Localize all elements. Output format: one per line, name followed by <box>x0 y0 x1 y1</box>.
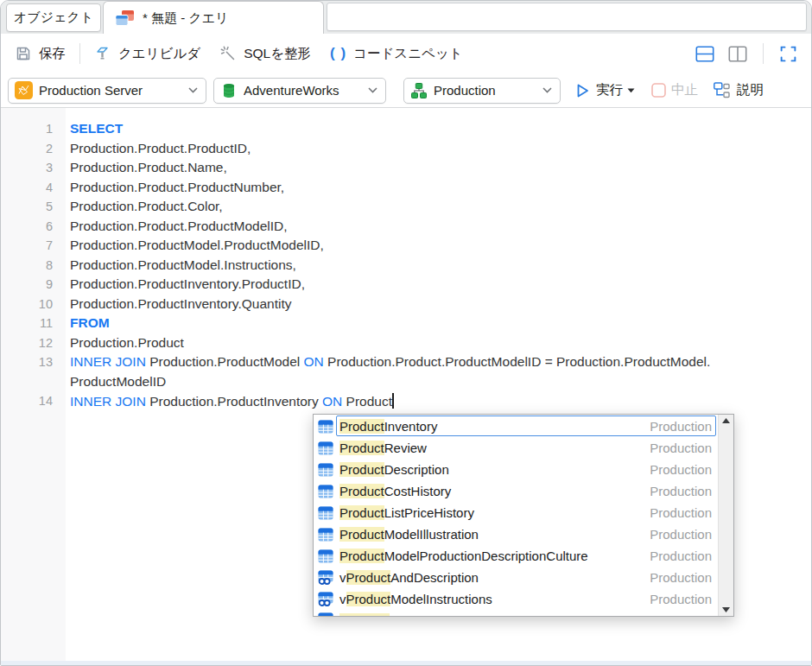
line-code: Production.Product.ProductModelID, <box>53 219 288 234</box>
line-code: Production.ProductModel.Instructions, <box>53 257 296 273</box>
autocomplete-item-name: ProductModelProductionDescriptionCulture <box>339 549 588 563</box>
autocomplete-item-name: ProductDescription <box>339 462 449 477</box>
line-number: 13 <box>1 355 53 369</box>
server-select-value: Production Server <box>39 83 182 98</box>
autocomplete-item-schema: Production <box>650 527 712 542</box>
autocomplete-item-name: vProductAndDescription <box>339 570 479 585</box>
autocomplete-item-schema: Production <box>650 549 712 563</box>
line-code: Production.Product.ProductID, <box>53 141 251 156</box>
autocomplete-item[interactable]: ProductDescriptionProduction <box>314 459 718 480</box>
run-dropdown-caret-icon[interactable] <box>627 88 635 93</box>
editor-line[interactable]: 10Production.ProductInventory.Quantity <box>1 295 811 314</box>
autocomplete-item[interactable]: vProductModelInstructionsProduction <box>314 588 718 610</box>
chevron-down-icon <box>188 87 198 93</box>
code-snippet-button[interactable]: ( ) コードスニペット <box>330 45 463 63</box>
line-code: INNER JOIN Production.ProductModel ON Pr… <box>53 354 710 370</box>
sql-editor[interactable]: 1SELECT2Production.Product.ProductID,3Pr… <box>1 108 811 661</box>
scroll-up-icon[interactable] <box>721 417 731 424</box>
tab-query-active[interactable]: * 無題 - クエリ <box>103 1 324 35</box>
editor-line[interactable]: 12Production.Product <box>1 333 811 353</box>
autocomplete-item[interactable]: ProductInventoryProduction <box>314 415 718 437</box>
line-number: 7 <box>1 238 53 252</box>
tab-objects-label: オブジェクト <box>14 10 93 26</box>
tab-bar: オブジェクト * 無題 - クエリ <box>1 1 811 34</box>
query-tab-icon <box>115 10 136 27</box>
line-code: Production.Product.Color, <box>53 199 223 214</box>
split-vertical-icon[interactable] <box>728 46 747 62</box>
chevron-down-icon <box>368 87 377 93</box>
line-number: 2 <box>1 142 53 155</box>
table-icon <box>318 419 333 434</box>
autocomplete-scrollbar[interactable] <box>718 415 733 616</box>
wand-icon <box>219 45 237 62</box>
main-toolbar: 保存 クエリビルダ SQLを整形 <box>1 34 811 73</box>
editor-line[interactable]: 1SELECT <box>1 119 811 139</box>
editor-line[interactable]: 13INNER JOIN Production.ProductModel ON … <box>1 352 811 372</box>
autocomplete-item[interactable]: ProductModelProductionDescriptionCulture… <box>314 545 718 567</box>
autocomplete-item[interactable]: ProductReviewProduction <box>314 437 718 459</box>
match-highlight <box>339 613 390 616</box>
autocomplete-item-partial[interactable] <box>314 610 718 616</box>
editor-line[interactable]: 2Production.Product.ProductID, <box>1 139 811 159</box>
split-horizontal-icon[interactable] <box>695 46 714 62</box>
view-icon <box>318 612 333 616</box>
autocomplete-item-name: vProductModelInstructions <box>339 592 492 606</box>
editor-line[interactable]: 5Production.Product.Color, <box>1 197 811 217</box>
fullscreen-icon[interactable] <box>779 45 797 63</box>
database-icon <box>220 82 238 99</box>
autocomplete-item-name: ProductInventory <box>339 419 437 434</box>
query-builder-button[interactable]: クエリビルダ <box>94 45 200 63</box>
query-editor-window: オブジェクト * 無題 - クエリ 保存 <box>0 0 812 666</box>
view-icon <box>318 592 333 606</box>
tab-strip-empty-area <box>327 3 807 31</box>
editor-lines: 1SELECT2Production.Product.ProductID,3Pr… <box>1 119 811 411</box>
database-select[interactable]: AdventureWorks <box>213 78 386 104</box>
editor-line[interactable]: 6Production.Product.ProductModelID, <box>1 217 811 237</box>
tab-objects[interactable]: オブジェクト <box>6 3 101 32</box>
line-code: Production.Product.Name, <box>53 160 227 175</box>
editor-line[interactable]: 11FROM <box>1 314 811 333</box>
line-number: 3 <box>1 161 53 174</box>
server-select[interactable]: Production Server <box>8 78 206 104</box>
toolbar-divider <box>763 43 764 64</box>
autocomplete-item-schema: Production <box>650 484 712 498</box>
editor-line[interactable]: 4Production.Product.ProductNumber, <box>1 178 811 198</box>
scroll-down-icon[interactable] <box>721 606 731 613</box>
line-code: Production.Product <box>53 335 184 351</box>
editor-line[interactable]: ProductModelID <box>1 372 811 392</box>
save-button[interactable]: 保存 <box>15 45 66 63</box>
autocomplete-item[interactable]: ProductModelIllustrationProduction <box>314 523 718 545</box>
line-code: Production.ProductInventory.ProductID, <box>53 276 305 292</box>
beautify-sql-label: SQLを整形 <box>244 45 311 63</box>
play-icon <box>574 82 591 99</box>
table-icon <box>318 505 333 520</box>
line-code: Production.Product.ProductNumber, <box>53 180 284 195</box>
view-controls <box>695 43 797 64</box>
editor-line[interactable]: 8Production.ProductModel.Instructions, <box>1 256 811 276</box>
query-builder-label: クエリビルダ <box>118 45 200 63</box>
line-code: INNER JOIN Production.ProductInventory O… <box>53 393 394 409</box>
database-select-value: AdventureWorks <box>244 83 362 98</box>
editor-line[interactable]: 9Production.ProductInventory.ProductID, <box>1 275 811 295</box>
toolbar-divider <box>79 43 80 64</box>
line-number: 1 <box>1 122 53 136</box>
schema-select[interactable]: Production <box>403 78 561 104</box>
editor-line[interactable]: 14INNER JOIN Production.ProductInventory… <box>1 391 811 411</box>
table-icon <box>318 484 333 498</box>
autocomplete-list: ProductInventoryProduction ProductReview… <box>314 415 718 616</box>
line-number: 4 <box>1 181 53 194</box>
run-button[interactable]: 実行 <box>574 81 635 99</box>
autocomplete-item[interactable]: vProductAndDescriptionProduction <box>314 567 718 588</box>
editor-line[interactable]: 3Production.Product.Name, <box>1 158 811 178</box>
autocomplete-item-name: ProductModelIllustration <box>339 527 479 542</box>
autocomplete-item-schema: Production <box>650 570 712 585</box>
pin-icon <box>94 45 111 62</box>
text-cursor <box>392 393 394 409</box>
line-number: 5 <box>1 200 53 213</box>
beautify-sql-button[interactable]: SQLを整形 <box>219 45 311 63</box>
explain-icon <box>713 81 732 99</box>
explain-button[interactable]: 説明 <box>713 81 764 99</box>
editor-line[interactable]: 7Production.ProductModel.ProductModelID, <box>1 236 811 256</box>
autocomplete-item[interactable]: ProductListPriceHistoryProduction <box>314 502 718 523</box>
autocomplete-item[interactable]: ProductCostHistoryProduction <box>314 480 718 502</box>
